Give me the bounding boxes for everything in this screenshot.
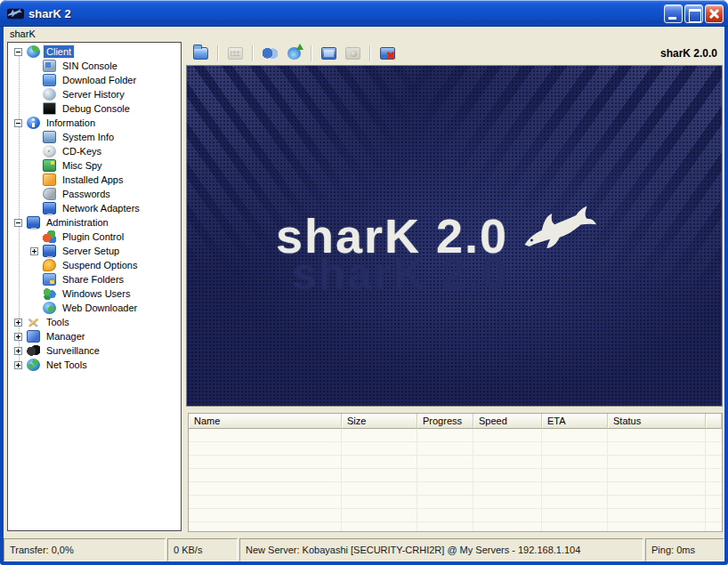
suspend-options-icon [43, 259, 56, 271]
tree-item-windows-users[interactable]: Windows Users [9, 287, 180, 301]
column-header-size[interactable]: Size [342, 414, 417, 429]
tree-item-tools[interactable]: Tools [9, 315, 180, 329]
tree-item-surveillance[interactable]: Surveillance [9, 343, 180, 358]
disconnect-button[interactable] [376, 44, 398, 63]
transfer-table: NameSizeProgressSpeedETAStatus [188, 413, 723, 532]
manager-icon [27, 330, 40, 343]
expand-minus-icon[interactable] [14, 119, 22, 127]
tree-item-net-tools[interactable]: Net Tools [9, 358, 180, 372]
tree-indent [30, 275, 40, 285]
toolbar-separator [252, 45, 253, 61]
close-button[interactable] [705, 4, 724, 23]
column-header-name[interactable]: Name [189, 414, 342, 429]
tree-item-information[interactable]: Information [9, 116, 180, 130]
table-cell [189, 429, 342, 442]
screen-capture-button[interactable] [318, 44, 339, 63]
tree-item-label: Client [44, 45, 74, 58]
tree-item-label: SIN Console [60, 60, 120, 72]
disconnect-icon [380, 47, 395, 60]
tree-indent [30, 303, 40, 313]
column-header-progress[interactable]: Progress [417, 414, 473, 429]
tree-item-label: Tools [44, 316, 72, 328]
table-cell [417, 442, 473, 456]
table-cell [473, 522, 542, 532]
tree-indent [30, 289, 40, 299]
globe-upload-button[interactable] [283, 44, 304, 63]
expand-minus-icon[interactable] [14, 219, 22, 227]
table-row [189, 522, 722, 532]
table-cell [189, 456, 342, 469]
tree-item-label: Suspend Options [60, 259, 140, 271]
table-cell [342, 509, 417, 522]
tree-item-system-info[interactable]: System Info [9, 130, 180, 144]
tree-item-suspend-options[interactable]: Suspend Options [9, 258, 180, 272]
tree-item-server-setup[interactable]: Server Setup [9, 244, 180, 258]
column-header-speed[interactable]: Speed [473, 414, 542, 429]
tree-indent [30, 61, 40, 71]
table-cell [189, 442, 342, 456]
tree-item-plugin-control[interactable]: Plugin Control [9, 230, 180, 244]
surveillance-icon [27, 344, 40, 357]
tree-item-debug-console[interactable]: Debug Console [9, 101, 180, 116]
installed-apps-icon [43, 174, 56, 186]
table-cell [342, 456, 417, 469]
titlebar[interactable]: sharK 2 [0, 0, 728, 27]
minimize-button[interactable] [664, 4, 683, 23]
net-tools-icon [27, 359, 40, 371]
tree-item-server-history[interactable]: Server History [9, 87, 180, 101]
table-cell [189, 482, 342, 496]
tree-item-download-folder[interactable]: Download Folder [9, 73, 180, 87]
tree-item-web-downloader[interactable]: Web Downloader [9, 301, 180, 315]
spy-masks-button[interactable] [259, 44, 280, 63]
tree-item-misc-spy[interactable]: Misc Spy [9, 158, 180, 173]
tree-item-network-adapters[interactable]: Network Adapters [9, 201, 180, 215]
tree-indent [30, 232, 40, 242]
table-cell [417, 429, 473, 442]
tree-item-passwords[interactable]: Passwords [9, 187, 180, 201]
keyboard-icon [228, 47, 243, 60]
maximize-button[interactable] [684, 4, 703, 23]
tree-item-client[interactable]: Client [9, 44, 180, 59]
menubar: sharK [4, 27, 724, 42]
camera-icon [345, 47, 360, 60]
table-cell [608, 442, 706, 456]
table-cell [417, 482, 473, 496]
table-cell [189, 469, 342, 482]
column-header-status[interactable]: Status [608, 414, 706, 429]
table-row [189, 442, 722, 456]
expand-plus-icon[interactable] [14, 333, 22, 341]
open-folder-button[interactable] [190, 44, 211, 63]
screen-capture-icon [321, 47, 336, 60]
expand-plus-icon[interactable] [14, 347, 22, 355]
table-row [189, 482, 722, 496]
tree-item-manager[interactable]: Manager [9, 329, 180, 343]
tree-item-cd-keys[interactable]: CD-Keys [9, 144, 180, 158]
tree-indent [30, 161, 40, 171]
toolbar-separator [311, 45, 311, 61]
expand-plus-icon[interactable] [14, 361, 22, 369]
expand-minus-icon[interactable] [14, 48, 22, 56]
expand-plus-icon[interactable] [14, 319, 22, 327]
table-row [189, 469, 722, 482]
table-cell [542, 442, 608, 456]
plugin-control-icon [43, 230, 56, 243]
tree-item-share-folders[interactable]: Share Folders [9, 272, 180, 287]
banner-shark-icon [518, 198, 612, 266]
tree-item-administration[interactable]: Administration [9, 215, 180, 230]
expand-plus-icon[interactable] [30, 247, 38, 255]
status-server: New Server: Kobayashi [SECURITY-CRHI2R] … [239, 538, 643, 561]
table-cell [473, 469, 542, 482]
table-cell [342, 469, 417, 482]
table-cell [706, 522, 722, 532]
table-cell [417, 469, 473, 482]
table-body [189, 429, 722, 532]
column-header-eta[interactable]: ETA [542, 414, 608, 429]
table-cell [473, 442, 542, 456]
table-cell [706, 482, 722, 496]
menu-shark[interactable]: sharK [4, 28, 42, 41]
table-cell [473, 482, 542, 496]
tree-item-installed-apps[interactable]: Installed Apps [9, 173, 180, 187]
table-cell [542, 482, 608, 496]
tree-item-sin-console[interactable]: SIN Console [9, 59, 180, 73]
tree-item-label: Installed Apps [60, 174, 126, 186]
